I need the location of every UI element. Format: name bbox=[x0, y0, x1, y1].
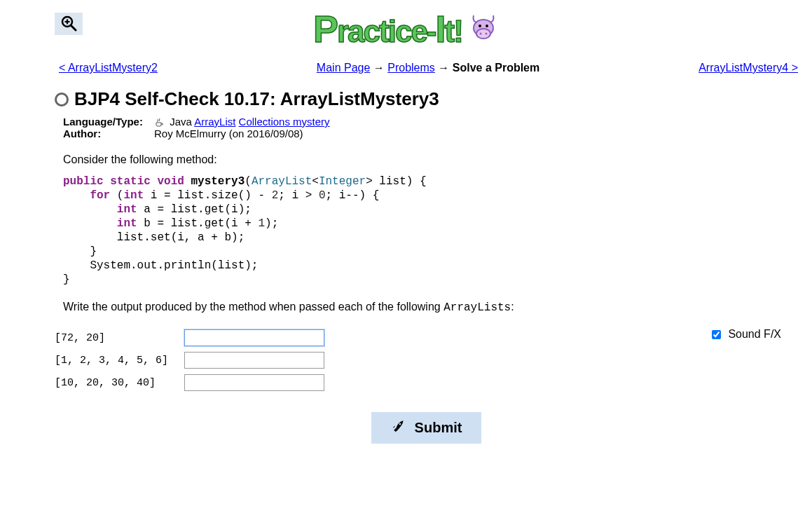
answer-row: [72, 20] bbox=[55, 328, 333, 348]
cow-icon bbox=[468, 13, 499, 46]
svg-point-8 bbox=[480, 32, 482, 34]
answer-label: [72, 20] bbox=[55, 328, 184, 348]
svg-point-7 bbox=[486, 25, 488, 27]
svg-point-10 bbox=[399, 423, 401, 425]
magnifier-plus-icon bbox=[60, 15, 77, 34]
rocket-icon bbox=[391, 419, 405, 437]
soundfx-label: Sound F/X bbox=[728, 328, 781, 340]
main-page-link[interactable]: Main Page bbox=[317, 62, 371, 74]
java-icon bbox=[154, 118, 164, 128]
next-problem-link[interactable]: ArrayListMystery4 > bbox=[699, 62, 798, 74]
zoom-button[interactable] bbox=[55, 13, 83, 35]
language-type-label: Language/Type: bbox=[63, 116, 154, 128]
soundfx-checkbox[interactable] bbox=[712, 330, 721, 339]
breadcrumb-current: Solve a Problem bbox=[453, 62, 540, 74]
prompt2-pre: Write the output produced by the method … bbox=[63, 301, 443, 313]
logo-text: Practice-It! bbox=[313, 7, 462, 50]
prev-problem-link[interactable]: < ArrayListMystery2 bbox=[59, 62, 158, 74]
submit-label: Submit bbox=[415, 420, 462, 436]
page-title: BJP4 Self-Check 10.17: ArrayListMystery3 bbox=[74, 88, 439, 110]
svg-point-6 bbox=[479, 25, 481, 27]
answer-input-1[interactable] bbox=[184, 329, 324, 346]
language-plain: Java bbox=[170, 116, 192, 128]
submit-button[interactable]: Submit bbox=[371, 412, 482, 444]
svg-line-1 bbox=[71, 25, 76, 30]
answer-row: [1, 2, 3, 4, 5, 6] bbox=[55, 350, 333, 370]
answer-label: [1, 2, 3, 4, 5, 6] bbox=[55, 350, 184, 370]
svg-point-9 bbox=[486, 32, 488, 34]
prompt2-code: ArrayLists bbox=[443, 301, 511, 314]
author-label: Author: bbox=[63, 128, 154, 139]
tag-collections-mystery-link[interactable]: Collections mystery bbox=[239, 116, 330, 128]
status-circle-icon bbox=[55, 93, 69, 107]
problems-link[interactable]: Problems bbox=[387, 62, 435, 74]
answers-table: [72, 20] [1, 2, 3, 4, 5, 6] [10, 20, 30,… bbox=[55, 325, 333, 395]
language-type-value: Java ArrayList Collections mystery bbox=[154, 116, 330, 128]
answer-label: [10, 20, 30, 40] bbox=[55, 373, 184, 392]
breadcrumb-arrow: → bbox=[373, 62, 387, 74]
tag-arraylist-link[interactable]: ArrayList bbox=[194, 116, 235, 128]
breadcrumb-arrow: → bbox=[438, 62, 452, 74]
prompt-instructions: Write the output produced by the method … bbox=[63, 301, 798, 314]
soundfx-toggle[interactable]: Sound F/X bbox=[709, 328, 781, 340]
prompt2-post: : bbox=[511, 301, 514, 313]
answer-row: [10, 20, 30, 40] bbox=[55, 373, 333, 392]
answer-input-2[interactable] bbox=[184, 352, 324, 369]
prompt-intro: Consider the following method: bbox=[63, 153, 798, 166]
svg-point-5 bbox=[476, 29, 490, 39]
code-block: public static void mystery3(ArrayList<In… bbox=[63, 175, 798, 287]
answer-input-3[interactable] bbox=[184, 374, 324, 391]
breadcrumb: Main Page → Problems → Solve a Problem bbox=[317, 62, 539, 74]
site-logo: Practice-It! bbox=[0, 0, 812, 56]
author-value: Roy McElmurry (on 2016/09/08) bbox=[154, 128, 303, 139]
